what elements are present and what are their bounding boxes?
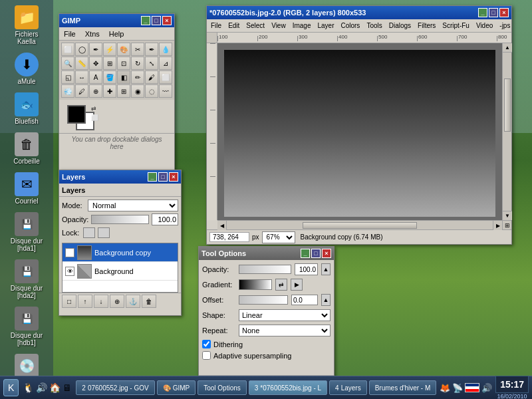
gimp-zoom-select[interactable]: 67% 100% 50% [262, 231, 295, 243]
layers-minimize-button[interactable]: _ [148, 172, 157, 182]
tool-flip[interactable]: ↔ [75, 70, 88, 84]
sidebar-item-amule[interactable]: ⬇ aMule [3, 51, 50, 87]
gimp-menu-main-view[interactable]: View [270, 22, 287, 29]
tool-scale[interactable]: ⤡ [145, 57, 158, 70]
taskbar-item-gimp[interactable]: 🎨 GIMP [157, 380, 196, 395]
gimp-main-titlebar[interactable]: *07600552bis.jpg-2.0 (RGB, 2 layers) 800… [207, 6, 511, 19]
gimp-menu-help[interactable]: Help [107, 30, 126, 38]
tool-color-picker[interactable]: 💧 [159, 43, 172, 56]
sidebar-item-corbeille[interactable]: 🗑 Corbeille [3, 130, 50, 167]
gimp-scrollbar-horizontal[interactable]: ▶ ◀ [217, 220, 502, 229]
gimp-scrollbar-v-down-btn[interactable]: ▼ [503, 211, 512, 220]
tool-options-gradient-preview[interactable] [239, 279, 272, 290]
foreground-color-swatch[interactable] [67, 105, 86, 124]
tool-options-titlebar[interactable]: Tool Options _ □ × [199, 247, 334, 260]
gimp-menu-main-video[interactable]: Video [475, 22, 494, 29]
tool-measure[interactable]: 📏 [75, 57, 88, 70]
quick-launch-icon-1[interactable]: 🐧 [23, 382, 34, 393]
layers-lock-alpha-btn[interactable] [98, 227, 110, 238]
quick-launch-icon-3[interactable]: 🏠 [49, 382, 61, 393]
gimp-menu-main-image[interactable]: Image [291, 22, 313, 29]
tool-bucket-fill[interactable]: 🪣 [103, 70, 116, 84]
tool-options-dithering-checkbox[interactable] [202, 340, 211, 348]
gimp-menu-xtns[interactable]: Xtns [83, 30, 102, 38]
tool-rotate[interactable]: ↻ [131, 57, 144, 70]
tool-paths[interactable]: ✒ [145, 43, 158, 56]
tool-options-maximize-button[interactable]: □ [311, 249, 321, 258]
systray-flag-icon[interactable] [465, 383, 479, 392]
tool-options-gradient-reverse-btn[interactable]: ⇄ [275, 279, 287, 291]
gimp-canvas[interactable] [217, 43, 502, 220]
systray-icon-volume[interactable]: 🔊 [481, 383, 492, 393]
tool-smudge[interactable]: 〰 [159, 84, 172, 98]
gimp-menu-main-dialogs[interactable]: Dialogs [388, 22, 412, 29]
tool-move[interactable]: ✥ [89, 57, 102, 70]
gimp-menu-main-script-fu[interactable]: Script-Fu [441, 22, 471, 29]
gimp-menu-main-filters[interactable]: Filters [416, 22, 437, 29]
gimp-scrollbar-h-thumb[interactable] [303, 222, 416, 229]
layers-duplicate-button[interactable]: ⊕ [110, 295, 124, 308]
taskbar-item-brumes[interactable]: Brumes d'hiver - M [369, 380, 437, 395]
gimp-corner-resize[interactable]: ⊞ [502, 220, 511, 229]
reset-colors-icon[interactable]: ⬜ [91, 114, 98, 121]
gimp-menu-main-tools[interactable]: Tools [365, 22, 383, 29]
taskbar-item-3[interactable]: 3 *07600552bis.jpg - L [249, 380, 327, 395]
tool-options-offset-slider[interactable] [239, 295, 288, 305]
tool-ink[interactable]: 🖊 [75, 84, 88, 98]
tool-perspective-clone[interactable]: ⊞ [117, 84, 130, 98]
gimp-scrollbar-h-left-btn[interactable]: ◀ [217, 221, 227, 230]
tool-text[interactable]: A [89, 70, 102, 84]
swap-colors-icon[interactable]: ⇄ [91, 105, 96, 112]
tool-heal[interactable]: ✚ [103, 84, 116, 98]
gimp-toolbox-close-button[interactable]: × [162, 16, 172, 25]
layer-visibility-icon-copy[interactable]: 👁 [65, 248, 74, 257]
taskbar-item-tool-options[interactable]: Tool Options [198, 380, 247, 395]
tool-clone[interactable]: ⊕ [89, 84, 102, 98]
gimp-main-close-button[interactable]: × [499, 8, 509, 17]
tool-options-opacity-slider[interactable] [239, 265, 291, 274]
layers-anchor-button[interactable]: ⚓ [126, 295, 140, 308]
gimp-menu-main-layer[interactable]: Layer [316, 22, 335, 29]
layer-visibility-icon-bg[interactable]: 👁 [65, 267, 74, 276]
taskbar-item-layers[interactable]: 4 Layers [329, 380, 367, 395]
taskbar-start-button[interactable]: K [3, 379, 19, 396]
layers-new-button[interactable]: □ [62, 295, 76, 308]
tool-fuzzy-select[interactable]: ⚡ [103, 43, 116, 56]
layers-opacity-slider[interactable] [91, 215, 149, 224]
gimp-scrollbar-v-up-btn[interactable]: ▲ [503, 43, 512, 53]
tool-options-repeat-select[interactable]: None Sawtooth Wave Triangular Wave [239, 325, 331, 336]
tool-perspective[interactable]: ◱ [61, 70, 74, 84]
tool-paintbrush[interactable]: 🖌 [145, 70, 158, 84]
sidebar-item-disque-hdb1[interactable]: 💾 Disque dur [hdb1] [3, 305, 50, 348]
tool-zoom[interactable]: 🔍 [61, 57, 74, 70]
layer-item-background-copy[interactable]: 👁 Background copy [63, 243, 178, 262]
sidebar-item-courriel[interactable]: ✉ Courriel [3, 170, 50, 207]
tool-options-gradient-options-btn[interactable]: ▶ [291, 279, 303, 291]
gimp-menu-main-edit[interactable]: Edit [227, 22, 241, 29]
tool-options-shape-select[interactable]: Linear Radial Square [239, 309, 331, 321]
quick-launch-icon-2[interactable]: 🔊 [36, 382, 47, 393]
tool-options-offset-input[interactable]: 0.0 [291, 295, 318, 305]
sidebar-item-disque-hda2[interactable]: 💾 Disque dur [hda2] [3, 257, 50, 301]
tool-shear[interactable]: ⊿ [159, 57, 172, 70]
quick-launch-icon-4[interactable]: 🖥 [63, 382, 72, 393]
layers-close-button[interactable]: × [169, 172, 178, 182]
layers-delete-button[interactable]: 🗑 [142, 295, 156, 308]
tool-free-select[interactable]: ✒ [89, 43, 102, 56]
tool-options-close-button[interactable]: × [322, 249, 331, 258]
sidebar-item-fichiers-kaella[interactable]: 📁 Fichiers Kaella [3, 3, 50, 47]
layer-item-background[interactable]: 👁 Background [63, 262, 178, 281]
tool-ellipse-select[interactable]: ◯ [75, 43, 88, 56]
taskbar-item-1[interactable]: 2 07600552.jpg - GOV [76, 380, 154, 395]
taskbar-clock[interactable]: 15:17 [495, 376, 529, 393]
tool-crop[interactable]: ⊡ [117, 57, 130, 70]
gimp-scrollbar-vertical[interactable]: ▲ ▼ [502, 43, 511, 220]
tool-options-offset-spin[interactable]: ▲ [321, 294, 331, 306]
gimp-menu-main-select[interactable]: Select [245, 22, 266, 29]
tool-rect-select[interactable]: ⬜ [61, 43, 74, 56]
gimp-scrollbar-v-thumb[interactable] [504, 78, 511, 132]
layers-lock-pixels-btn[interactable] [83, 227, 95, 238]
layers-mode-select[interactable]: Normal [88, 200, 178, 211]
gimp-menu-file[interactable]: File [62, 30, 78, 38]
sidebar-item-bluefish[interactable]: 🐟 Bluefish [3, 90, 50, 127]
